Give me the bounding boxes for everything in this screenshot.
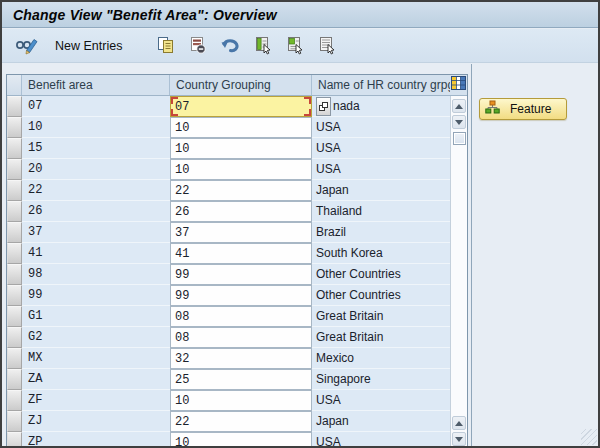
cell-benefit-area[interactable]: 22 [22, 180, 170, 201]
cell-country-grouping[interactable]: 10 [170, 117, 312, 138]
row-selector[interactable] [7, 222, 22, 243]
scroll-down-button[interactable] [452, 115, 466, 129]
cell-name[interactable]: USA [312, 390, 450, 411]
cell-country-grouping[interactable]: 26 [170, 201, 312, 222]
row-selector[interactable] [7, 159, 22, 180]
resize-grip[interactable] [581, 429, 597, 445]
cell-name[interactable]: nada [312, 96, 450, 117]
cell-country-grouping[interactable]: 37 [170, 222, 312, 243]
display-change-button[interactable] [11, 34, 42, 58]
cell-name[interactable]: Thailand [312, 201, 450, 222]
cell-benefit-area[interactable]: ZF [22, 390, 170, 411]
table-row: 22 22 Japan [7, 180, 450, 201]
vertical-scrollbar[interactable] [450, 96, 467, 448]
column-header-name[interactable]: Name of HR country grpg [312, 75, 450, 95]
table-row: G1 08 Great Britain [7, 306, 450, 327]
cell-benefit-area[interactable]: G2 [22, 327, 170, 348]
table-row: 37 37 Brazil [7, 222, 450, 243]
cell-name[interactable]: South Korea [312, 243, 450, 264]
copy-as-icon [156, 36, 175, 55]
cell-country-grouping[interactable]: 22 [170, 411, 312, 432]
cell-name[interactable]: Other Countries [312, 285, 450, 306]
down-arrow-icon [455, 437, 463, 442]
row-selector[interactable] [7, 369, 22, 390]
copy-as-button[interactable] [152, 34, 179, 58]
cell-benefit-area[interactable]: 07 [22, 96, 170, 117]
cell-name[interactable]: Brazil [312, 222, 450, 243]
cell-benefit-area[interactable]: 37 [22, 222, 170, 243]
cell-country-grouping[interactable]: 10 [170, 138, 312, 159]
cell-benefit-area[interactable]: 20 [22, 159, 170, 180]
row-selector[interactable] [7, 96, 22, 117]
cell-name[interactable]: Great Britain [312, 306, 450, 327]
cell-country-grouping[interactable]: 07 [170, 96, 312, 117]
new-entries-button[interactable]: New Entries [50, 34, 127, 58]
cell-country-grouping[interactable]: 08 [170, 306, 312, 327]
cell-country-grouping[interactable]: 41 [170, 243, 312, 264]
select-all-icon [253, 36, 272, 55]
select-all-rows-header[interactable] [7, 75, 22, 95]
table-config-button[interactable] [450, 75, 467, 95]
row-selector[interactable] [7, 411, 22, 432]
row-selector[interactable] [7, 201, 22, 222]
row-selector[interactable] [7, 348, 22, 369]
cell-country-grouping[interactable]: 22 [170, 180, 312, 201]
cell-name[interactable]: Japan [312, 411, 450, 432]
row-selector[interactable] [7, 327, 22, 348]
row-selector[interactable] [7, 285, 22, 306]
cell-name[interactable]: Great Britain [312, 327, 450, 348]
scroll-page-up-button[interactable] [452, 416, 466, 430]
row-selector[interactable] [7, 306, 22, 327]
undo-button[interactable] [216, 34, 244, 58]
column-header-benefit-area[interactable]: Benefit area [22, 75, 170, 95]
scroll-up-button[interactable] [452, 99, 466, 113]
cell-name[interactable]: Other Countries [312, 264, 450, 285]
cell-benefit-area[interactable]: ZA [22, 369, 170, 390]
cell-name[interactable]: USA [312, 432, 450, 448]
org-chart-icon [485, 100, 500, 119]
row-selector[interactable] [7, 390, 22, 411]
select-all-button[interactable] [249, 34, 276, 58]
cell-benefit-area[interactable]: G1 [22, 306, 170, 327]
cell-benefit-area[interactable]: ZP [22, 432, 170, 448]
cell-name[interactable]: Mexico [312, 348, 450, 369]
cell-country-grouping[interactable]: 99 [170, 285, 312, 306]
row-selector[interactable] [7, 138, 22, 159]
row-selector[interactable] [7, 180, 22, 201]
delete-button[interactable] [184, 34, 211, 58]
table-row: MX 32 Mexico [7, 348, 450, 369]
select-block-button[interactable] [281, 34, 308, 58]
cell-benefit-area[interactable]: MX [22, 348, 170, 369]
cell-country-grouping[interactable]: 25 [170, 369, 312, 390]
cell-benefit-area[interactable]: 98 [22, 264, 170, 285]
cell-name[interactable]: Singapore [312, 369, 450, 390]
cell-country-grouping[interactable]: 08 [170, 327, 312, 348]
matchcode-button[interactable] [316, 97, 331, 116]
table-row: ZF 10 USA [7, 390, 450, 411]
cell-country-grouping[interactable]: 10 [170, 159, 312, 180]
row-selector[interactable] [7, 264, 22, 285]
row-selector[interactable] [7, 432, 22, 448]
cell-name[interactable]: Japan [312, 180, 450, 201]
cell-country-grouping[interactable]: 10 [170, 432, 312, 448]
cell-country-grouping[interactable]: 10 [170, 390, 312, 411]
cell-name[interactable]: USA [312, 159, 450, 180]
column-header-country-grouping[interactable]: Country Grouping [170, 75, 312, 95]
cell-benefit-area[interactable]: 99 [22, 285, 170, 306]
cell-name[interactable]: USA [312, 138, 450, 159]
cell-benefit-area[interactable]: 15 [22, 138, 170, 159]
cell-name[interactable]: USA [312, 117, 450, 138]
scroll-page-down-button[interactable] [452, 432, 466, 446]
cell-benefit-area[interactable]: 41 [22, 243, 170, 264]
cell-benefit-area[interactable]: ZJ [22, 411, 170, 432]
feature-button[interactable]: Feature [479, 98, 567, 120]
cell-country-grouping[interactable]: 99 [170, 264, 312, 285]
deselect-all-button[interactable] [313, 34, 340, 58]
cell-benefit-area[interactable]: 26 [22, 201, 170, 222]
row-selector[interactable] [7, 117, 22, 138]
cell-benefit-area[interactable]: 10 [22, 117, 170, 138]
scrollbar-thumb[interactable] [453, 132, 466, 145]
cell-country-grouping[interactable]: 32 [170, 348, 312, 369]
row-selector[interactable] [7, 243, 22, 264]
table-row: ZP 10 USA [7, 432, 450, 448]
